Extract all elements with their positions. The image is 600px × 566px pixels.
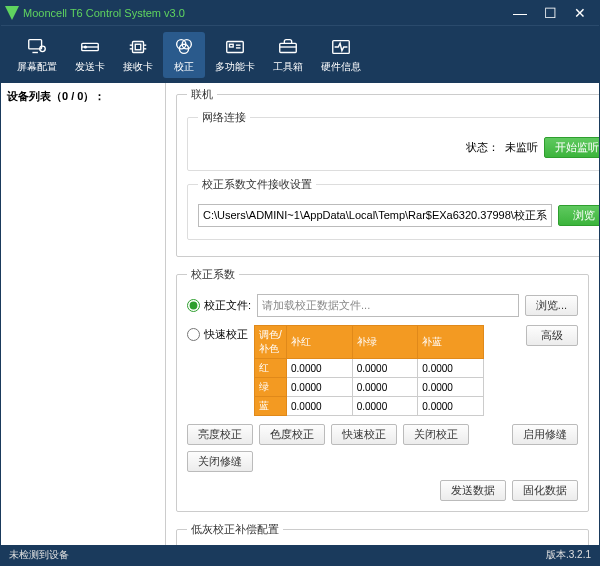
row-label: 绿 xyxy=(255,378,287,397)
quick-corr-button[interactable]: 快速校正 xyxy=(331,424,397,445)
status-label: 状态： xyxy=(466,140,499,155)
corr-file-radio-input[interactable] xyxy=(187,299,200,312)
status-left: 未检测到设备 xyxy=(9,548,69,562)
tool-label: 多功能卡 xyxy=(215,60,255,74)
recv-path-group: 校正系数文件接收设置 C:\Users\ADMINI~1\AppData\Loc… xyxy=(187,177,599,240)
svg-rect-16 xyxy=(230,44,234,47)
sidebar: 设备列表（0 / 0）： xyxy=(1,83,166,545)
statusbar: 未检测到设备 版本.3.2.1 xyxy=(1,545,599,565)
cell[interactable]: 0.0000 xyxy=(287,378,353,397)
correction-legend: 校正系数 xyxy=(187,267,239,282)
tool-label: 工具箱 xyxy=(273,60,303,74)
body: 设备列表（0 / 0）： 联机 网络连接 状态： 未监听 开始监听 校正系数文件… xyxy=(1,83,599,545)
online-legend: 联机 xyxy=(187,87,217,102)
lowgray-group: 低灰校正补偿配置 启用低灰校正补偿 阀值: L1 L2 范围: xyxy=(176,522,589,545)
advanced-button[interactable]: 高级 xyxy=(526,325,578,346)
correction-group: 校正系数 校正文件: 请加载校正数据文件... 浏览... 快速校正 xyxy=(176,267,589,512)
th: 补红 xyxy=(287,326,353,359)
cell[interactable]: 0.0000 xyxy=(352,378,418,397)
svg-rect-7 xyxy=(135,44,141,50)
tool-label: 发送卡 xyxy=(75,60,105,74)
tool-hardware-info[interactable]: 硬件信息 xyxy=(313,32,369,78)
quick-corr-radio-input[interactable] xyxy=(187,328,200,341)
enable-fix-button[interactable]: 启用修缝 xyxy=(512,424,578,445)
table-row: 红 0.0000 0.0000 0.0000 xyxy=(255,359,484,378)
quick-corr-label: 快速校正 xyxy=(204,327,248,342)
table-row: 蓝 0.0000 0.0000 0.0000 xyxy=(255,397,484,416)
solidify-data-button[interactable]: 固化数据 xyxy=(512,480,578,501)
cell[interactable]: 0.0000 xyxy=(418,359,484,378)
main-toolbar: 屏幕配置 发送卡 接收卡 校正 多功能卡 工具箱 硬件信息 xyxy=(1,25,599,83)
cell[interactable]: 0.0000 xyxy=(287,397,353,416)
tool-toolbox[interactable]: 工具箱 xyxy=(265,32,311,78)
app-window: Mooncell T6 Control System v3.0 — ☐ ✕ 屏幕… xyxy=(0,0,600,566)
app-logo-icon xyxy=(5,6,19,20)
row-label: 蓝 xyxy=(255,397,287,416)
table-row: 绿 0.0000 0.0000 0.0000 xyxy=(255,378,484,397)
cell[interactable]: 0.0000 xyxy=(418,397,484,416)
th: 补蓝 xyxy=(418,326,484,359)
tool-label: 校正 xyxy=(174,60,194,74)
corr-file-input[interactable]: 请加载校正数据文件... xyxy=(257,294,519,317)
chroma-corr-button[interactable]: 色度校正 xyxy=(259,424,325,445)
toolbox-icon xyxy=(275,36,301,58)
card-icon xyxy=(222,36,248,58)
recv-path-input[interactable]: C:\Users\ADMINI~1\AppData\Local\Temp\Rar… xyxy=(198,204,552,227)
corr-file-browse-button[interactable]: 浏览... xyxy=(525,295,578,316)
corr-file-radio[interactable]: 校正文件: xyxy=(187,298,251,313)
corr-file-label: 校正文件: xyxy=(204,298,251,313)
tool-send-card[interactable]: 发送卡 xyxy=(67,32,113,78)
main-panel[interactable]: 联机 网络连接 状态： 未监听 开始监听 校正系数文件接收设置 C:\Users… xyxy=(166,83,599,545)
minimize-button[interactable]: — xyxy=(505,5,535,21)
window-title: Mooncell T6 Control System v3.0 xyxy=(23,7,505,19)
cell[interactable]: 0.0000 xyxy=(418,378,484,397)
svg-rect-6 xyxy=(133,41,144,52)
status-right: 版本.3.2.1 xyxy=(546,548,591,562)
close-corr-button[interactable]: 关闭校正 xyxy=(403,424,469,445)
th: 补绿 xyxy=(352,326,418,359)
correction-table: 调色/补色 补红 补绿 补蓝 红 0.0000 0.0000 0.0000 xyxy=(254,325,484,416)
lowgray-legend: 低灰校正补偿配置 xyxy=(187,522,283,537)
tool-screen-config[interactable]: 屏幕配置 xyxy=(9,32,65,78)
cell[interactable]: 0.0000 xyxy=(287,359,353,378)
tool-correction[interactable]: 校正 xyxy=(163,32,205,78)
venn-icon xyxy=(171,36,197,58)
tool-label: 硬件信息 xyxy=(321,60,361,74)
online-group: 联机 网络连接 状态： 未监听 开始监听 校正系数文件接收设置 C:\Users… xyxy=(176,87,599,257)
monitor-icon xyxy=(24,36,50,58)
cell[interactable]: 0.0000 xyxy=(352,397,418,416)
pulse-icon xyxy=(328,36,354,58)
titlebar: Mooncell T6 Control System v3.0 — ☐ ✕ xyxy=(1,1,599,25)
tool-multi-card[interactable]: 多功能卡 xyxy=(207,32,263,78)
quick-corr-radio[interactable]: 快速校正 xyxy=(187,325,248,342)
send-data-button[interactable]: 发送数据 xyxy=(440,480,506,501)
net-conn-legend: 网络连接 xyxy=(198,110,250,125)
browse-path-button[interactable]: 浏览 xyxy=(558,205,599,226)
start-listen-button[interactable]: 开始监听 xyxy=(544,137,599,158)
svg-rect-19 xyxy=(280,43,297,52)
tool-label: 接收卡 xyxy=(123,60,153,74)
close-fix-button[interactable]: 关闭修缝 xyxy=(187,451,253,472)
status-value: 未监听 xyxy=(505,140,538,155)
brightness-corr-button[interactable]: 亮度校正 xyxy=(187,424,253,445)
tool-label: 屏幕配置 xyxy=(17,60,57,74)
table-header-row: 调色/补色 补红 补绿 补蓝 xyxy=(255,326,484,359)
close-button[interactable]: ✕ xyxy=(565,5,595,21)
cell[interactable]: 0.0000 xyxy=(352,359,418,378)
th: 调色/补色 xyxy=(255,326,287,359)
maximize-button[interactable]: ☐ xyxy=(535,5,565,21)
row-label: 红 xyxy=(255,359,287,378)
device-list-label: 设备列表（0 / 0）： xyxy=(7,90,105,102)
net-conn-group: 网络连接 状态： 未监听 开始监听 xyxy=(187,110,599,171)
tool-recv-card[interactable]: 接收卡 xyxy=(115,32,161,78)
recv-path-legend: 校正系数文件接收设置 xyxy=(198,177,316,192)
hdd-icon xyxy=(77,36,103,58)
chip-icon xyxy=(125,36,151,58)
